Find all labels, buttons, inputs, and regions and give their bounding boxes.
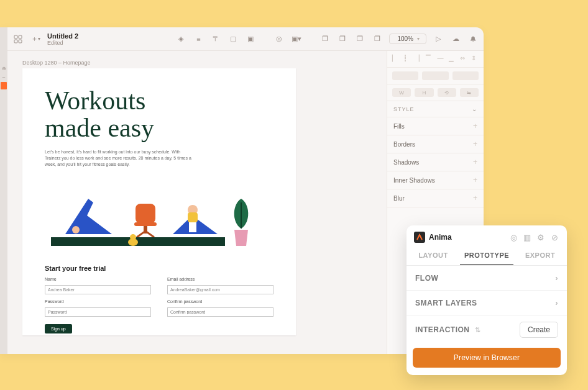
bool-union-icon[interactable]: ❐ — [319, 34, 331, 45]
inner-shadows-row[interactable]: Inner Shadows+ — [387, 171, 484, 189]
cloud-icon[interactable]: ☁ — [450, 34, 461, 45]
yoga-person-right-icon — [169, 194, 221, 237]
bell-icon[interactable]: 🔔︎ — [467, 34, 479, 45]
align-bottom-icon[interactable]: ▁ — [449, 55, 456, 63]
align-left-icon[interactable]: ▏ — [392, 55, 400, 63]
x-field[interactable] — [392, 71, 418, 80]
inner-shadows-label: Inner Shadows — [393, 177, 435, 184]
style-section-header[interactable]: STYLE ⌄ — [387, 101, 484, 117]
apps-grid-icon[interactable] — [12, 34, 24, 45]
password-input[interactable] — [45, 307, 151, 317]
hero-illustration — [45, 178, 273, 246]
document-title-block[interactable]: Untitled 2 Edited — [47, 32, 78, 46]
text-tool-icon[interactable]: ▢ — [227, 34, 239, 45]
anima-logo-icon — [414, 232, 425, 243]
interaction-row: INTERACTION ⇅ Create — [407, 315, 567, 344]
svg-rect-6 — [134, 222, 157, 226]
distribute-tool-icon[interactable]: 〒 — [210, 34, 221, 45]
name-input[interactable] — [45, 285, 151, 294]
dog-icon — [126, 234, 140, 247]
signup-button[interactable]: Sign up — [45, 324, 72, 333]
interaction-label: INTERACTION — [415, 325, 470, 334]
hero-heading: Workouts made easy — [45, 87, 273, 142]
mask-tool-icon[interactable]: ◎ — [273, 34, 285, 45]
bool-exclude-icon[interactable]: ❐ — [372, 34, 383, 45]
plus-icon[interactable]: + — [473, 158, 477, 166]
document-status: Edited — [47, 40, 78, 46]
bool-subtract-icon[interactable]: ❐ — [337, 34, 348, 45]
zoom-selector[interactable]: 100% ▾ — [389, 34, 426, 44]
panel-layout-icon[interactable]: ▥ — [522, 232, 532, 242]
chevron-right-icon: › — [555, 273, 558, 283]
plus-icon[interactable]: + — [473, 122, 477, 130]
tab-export[interactable]: EXPORT — [513, 247, 567, 265]
rotation-field[interactable] — [452, 71, 479, 80]
add-layer-icon[interactable]: ⊕ — [2, 66, 6, 71]
play-preview-icon[interactable]: ▷ — [433, 34, 444, 45]
align-top-icon[interactable]: ▔ — [426, 55, 433, 63]
width-field[interactable]: W — [392, 88, 411, 97]
smart-layers-section[interactable]: SMART LAYERS › — [407, 291, 567, 315]
confirm-password-input[interactable] — [167, 307, 273, 317]
distribute-h-icon[interactable]: ⇔ — [460, 55, 467, 63]
hero-body-text: Let's be honest, it's hard to fit workin… — [45, 149, 194, 167]
shape-tool-icon[interactable]: ◈ — [175, 34, 186, 45]
name-label: Name — [45, 277, 151, 281]
add-icon[interactable]: ＋▾ — [30, 34, 41, 45]
artboard-homepage[interactable]: Workouts made easy Let's be honest, it's… — [22, 68, 296, 335]
chevron-down-icon: ▾ — [417, 36, 420, 42]
group-tool-icon[interactable]: ▣ — [245, 34, 256, 45]
y-field[interactable] — [422, 71, 448, 80]
height-field[interactable]: H — [415, 88, 433, 97]
close-icon[interactable]: ⊘ — [549, 232, 559, 242]
shadows-row[interactable]: Shadows+ — [387, 153, 484, 171]
chevron-down-icon: ⌄ — [472, 106, 477, 112]
plant-icon — [229, 197, 254, 246]
align-right-icon[interactable]: ▕ — [415, 55, 422, 63]
email-input[interactable] — [167, 285, 273, 294]
align-tool-icon[interactable]: ≡ — [193, 34, 204, 45]
hero-line-1: Workouts — [45, 86, 145, 115]
svg-rect-0 — [14, 35, 17, 39]
plus-icon[interactable]: + — [473, 176, 477, 184]
fills-row[interactable]: Fills+ — [387, 117, 484, 135]
top-toolbar: ＋▾ Untitled 2 Edited ◈ ≡ 〒 ▢ ▣ ◎ ▣▾ ❐ ❐ … — [7, 27, 484, 51]
blur-label: Blur — [393, 195, 405, 202]
plus-icon[interactable]: + — [473, 194, 477, 202]
zoom-value: 100% — [397, 35, 413, 42]
artboard-label[interactable]: Desktop 1280 – Homepage — [22, 60, 91, 66]
sort-icon[interactable]: ⇅ — [475, 326, 480, 334]
tab-layout[interactable]: LAYOUT — [407, 247, 460, 265]
distribute-v-icon[interactable]: ⇕ — [471, 55, 479, 63]
target-icon[interactable]: ◎ — [508, 232, 518, 242]
canvas-main[interactable]: Desktop 1280 – Homepage Workouts made ea… — [7, 51, 387, 354]
svg-rect-9 — [188, 212, 198, 222]
flow-section[interactable]: FLOW › — [407, 266, 567, 291]
blur-row[interactable]: Blur+ — [387, 189, 484, 207]
create-button[interactable]: Create — [520, 322, 558, 338]
align-middle-icon[interactable]: ― — [438, 55, 445, 63]
plus-icon[interactable]: + — [473, 140, 477, 148]
selected-page-indicator[interactable] — [1, 82, 7, 89]
anima-plugin-panel: Anima ◎ ▥ ⚙ ⊘ LAYOUT PROTOTYPE EXPORT FL… — [407, 225, 567, 375]
svg-rect-3 — [19, 40, 22, 43]
anima-title: Anima — [429, 233, 505, 242]
gear-icon[interactable]: ⚙ — [536, 232, 546, 242]
fills-label: Fills — [393, 123, 405, 130]
rail-dash-icon: – — [2, 74, 5, 79]
borders-label: Borders — [393, 141, 415, 148]
password-label: Password — [45, 299, 151, 304]
tab-prototype[interactable]: PROTOTYPE — [460, 247, 513, 265]
chair-icon — [132, 202, 159, 237]
preview-in-browser-button[interactable]: Preview in Browser — [413, 348, 561, 368]
svg-rect-5 — [136, 204, 155, 224]
align-center-icon[interactable]: ┇ — [403, 55, 411, 63]
lock-aspect-icon[interactable]: ⟲ — [438, 88, 456, 97]
flip-icon[interactable]: ⇋ — [460, 88, 479, 97]
yoga-person-left-icon — [62, 194, 118, 237]
crop-tool-icon[interactable]: ▣▾ — [291, 34, 302, 45]
flow-label: FLOW — [415, 274, 438, 283]
borders-row[interactable]: Borders+ — [387, 135, 484, 153]
bool-intersect-icon[interactable]: ❐ — [354, 34, 365, 45]
signup-form: Name Email address Password Confirm — [45, 277, 273, 317]
